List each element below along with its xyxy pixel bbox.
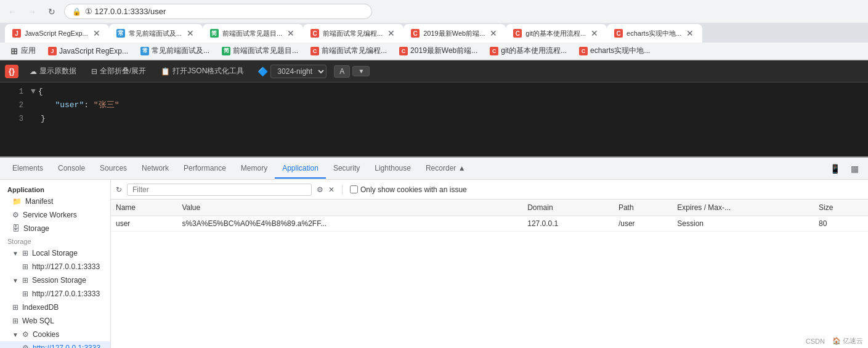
tab-close-7[interactable]: ✕ (685, 28, 695, 38)
cookies-icon: ⚙ (22, 330, 29, 339)
tab-close-4[interactable]: ✕ (386, 28, 396, 38)
tab-close-6[interactable]: ✕ (590, 28, 599, 38)
tab-close-1[interactable]: ✕ (92, 28, 102, 38)
session-storage-child-icon: ⊞ (22, 289, 28, 298)
sidebar-item-manifest[interactable]: 📁 Manifest (0, 195, 110, 208)
bookmark-1[interactable]: J JavaScript RegExp... (43, 46, 133, 57)
tab-5[interactable]: C 2019最新Web前端... ✕ (404, 24, 506, 42)
security-icon: 🔒 (72, 7, 81, 16)
filter-settings-icon[interactable]: ⚙ (317, 185, 323, 194)
tab-favicon-7: C (614, 29, 623, 38)
tab-title-4: 前端面试常见编程... (323, 29, 383, 38)
json-key-user: "user" (41, 99, 84, 112)
cookies-child-label: http://127.0.0.1:3333 (33, 344, 100, 348)
cookies-table: Name Value Domain Path Expires / Max-...… (111, 200, 868, 348)
address-bar[interactable]: 🔒 ① 127.0.0.1:3333/user (64, 4, 372, 19)
tab-security[interactable]: Security (326, 159, 367, 179)
font-size-btn-a[interactable]: A (334, 65, 350, 78)
theme-icon: 🔷 (258, 67, 268, 76)
tab-memory[interactable]: Memory (233, 159, 275, 179)
cookies-label: Cookies (33, 330, 59, 339)
tab-console[interactable]: Console (51, 159, 92, 179)
sidebar-web-sql[interactable]: ⊞ Web SQL (0, 314, 110, 328)
cookie-option-checkbox[interactable] (350, 185, 358, 193)
tab-7[interactable]: C echarts实现中地... ✕ (607, 24, 702, 42)
cell-size: 80 (814, 216, 868, 232)
col-value[interactable]: Value (177, 200, 522, 216)
fold-button[interactable]: ⊟ 全部折叠/展开 (85, 63, 152, 79)
back-button[interactable]: ← (5, 4, 20, 19)
devtools-inspect-icon[interactable]: ▦ (846, 160, 863, 177)
tab-1[interactable]: J JavaScript RegExp... ✕ (5, 24, 109, 42)
bookmark-label-1: JavaScript RegExp... (59, 47, 128, 55)
sidebar-cookies[interactable]: ▼ ⚙ Cookies (0, 328, 110, 341)
tab-application[interactable]: Application (275, 159, 326, 179)
tab-recorder[interactable]: Recorder ▲ (418, 159, 473, 179)
sidebar-cookies-child[interactable]: ⚙ http://127.0.0.1:3333 (0, 341, 110, 348)
bookmark-2[interactable]: 常 常见前端面试及... (136, 44, 214, 57)
storage-section-header: Storage (0, 235, 110, 246)
col-name[interactable]: Name (111, 200, 177, 216)
raw-data-button[interactable]: ☁ 显示原数据 (23, 63, 83, 79)
bookmark-3[interactable]: 简 前端面试常见题目... (217, 44, 303, 57)
col-size[interactable]: Size (814, 200, 868, 216)
apps-icon: ⊞ (10, 47, 18, 55)
bookmark-4[interactable]: C 前端面试常见编程... (306, 44, 392, 57)
forward-button[interactable]: → (25, 4, 39, 19)
filter-input[interactable] (127, 184, 312, 196)
font-size-btn-v[interactable]: ▼ (352, 66, 370, 76)
bookmark-7[interactable]: C echarts实现中地... (574, 44, 655, 57)
json-line-1: 1 ▼ { (0, 85, 868, 99)
bookmark-apps[interactable]: ⊞ 应用 (5, 44, 41, 57)
sidebar-session-storage-child[interactable]: ⊞ http://127.0.0.1:3333 (0, 287, 110, 301)
sidebar-local-storage-child[interactable]: ⊞ http://127.0.0.1:3333 (0, 260, 110, 273)
bookmark-5[interactable]: C 2019最新Web前端... (394, 44, 482, 57)
refresh-icon[interactable]: ↻ (116, 185, 122, 194)
format-icon: 📋 (161, 67, 170, 76)
theme-select[interactable]: 3024-night (270, 65, 327, 78)
line-number-1: 1 (5, 85, 23, 99)
tab-6[interactable]: C git的基本使用流程... ✕ (506, 24, 607, 42)
tab-close-2[interactable]: ✕ (185, 28, 195, 38)
manifest-label: Manifest (25, 197, 53, 206)
bookmark-label-3: 前端面试常见题目... (233, 46, 298, 56)
tab-sources[interactable]: Sources (92, 159, 134, 179)
service-workers-icon: ⚙ (12, 211, 19, 219)
devtools-device-icon[interactable]: 📱 (826, 160, 843, 177)
clear-filter-icon[interactable]: ✕ (328, 185, 335, 194)
bookmark-favicon-7: C (579, 47, 588, 55)
col-domain[interactable]: Domain (522, 200, 614, 216)
tab-lighthouse[interactable]: Lighthouse (367, 159, 418, 179)
cookie-option-label[interactable]: Only show cookies with an issue (350, 185, 467, 194)
sidebar-local-storage[interactable]: ▼ ⊞ Local Storage (0, 246, 110, 260)
tab-title-6: git的基本使用流程... (525, 29, 586, 38)
sidebar-item-storage-top[interactable]: 🗄 Storage (0, 222, 110, 235)
sidebar-item-service-workers[interactable]: ⚙ Service Workers (0, 208, 110, 222)
devtools-tabs: Elements Console Sources Network Perform… (0, 158, 868, 180)
tab-close-3[interactable]: ✕ (286, 28, 296, 38)
tab-4[interactable]: C 前端面试常见编程... ✕ (303, 24, 404, 42)
expand-icon-1[interactable]: ▼ (31, 85, 36, 99)
tab-performance[interactable]: Performance (176, 159, 233, 179)
tab-favicon-5: C (411, 29, 420, 38)
cell-expires: Session (672, 216, 814, 232)
sidebar-session-storage[interactable]: ▼ ⊞ Session Storage (0, 273, 110, 287)
col-expires[interactable]: Expires / Max-... (672, 200, 814, 216)
tab-2[interactable]: 常 常见前端面试及... ✕ (109, 24, 203, 42)
bookmark-6[interactable]: C git的基本使用流程... (485, 44, 572, 57)
tab-elements[interactable]: Elements (5, 159, 51, 179)
tab-3[interactable]: 简 前端面试常见题目... ✕ (203, 24, 303, 42)
web-sql-label: Web SQL (22, 317, 54, 325)
json-brace-open: { (38, 85, 43, 99)
json-toolbar: {} ☁ 显示原数据 ⊟ 全部折叠/展开 📋 打开JSON格式化工具 🔷 302… (0, 60, 868, 83)
tab-title-3: 前端面试常见题目... (222, 29, 282, 38)
table-row[interactable]: user s%3A%E5%BC%A0%E4%B8%89.a%2FF... 127… (111, 216, 868, 232)
local-storage-child-icon: ⊞ (22, 262, 28, 271)
reload-button[interactable]: ↻ (44, 4, 59, 19)
tab-network[interactable]: Network (134, 159, 176, 179)
tab-close-5[interactable]: ✕ (489, 28, 498, 38)
col-path[interactable]: Path (614, 200, 672, 216)
table-header-row: Name Value Domain Path Expires / Max-...… (111, 200, 868, 216)
format-button[interactable]: 📋 打开JSON格式化工具 (155, 63, 250, 79)
sidebar-indexed-db[interactable]: ⊞ IndexedDB (0, 301, 110, 314)
